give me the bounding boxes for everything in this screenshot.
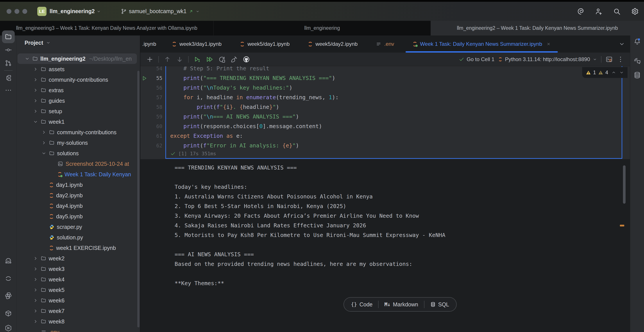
branch-widget[interactable]: samuel_bootcamp_wk1 bbox=[121, 8, 200, 14]
editor-tab[interactable]: week5/day2.ipynb bbox=[299, 35, 367, 53]
jupyter-tool-button[interactable] bbox=[2, 272, 15, 285]
settings-button[interactable] bbox=[631, 7, 639, 15]
maximize-window-button[interactable] bbox=[22, 9, 27, 14]
tree-item-label: scraper.py bbox=[57, 224, 82, 230]
tree-item-screenshot-2025-10-24-at[interactable]: Screenshot 2025-10-24 at bbox=[18, 159, 137, 169]
window-controls[interactable] bbox=[6, 9, 27, 14]
folder-icon bbox=[40, 66, 46, 72]
tree-item-week3[interactable]: week3 bbox=[18, 264, 137, 274]
tree-item-day1-ipynb[interactable]: day1.ipynb bbox=[18, 179, 137, 190]
tree-item-community-contributions[interactable]: community-contributions bbox=[18, 127, 137, 138]
code-cell[interactable]: 545556575859606162 # Step 5: Print the r… bbox=[140, 66, 630, 159]
run-line-icon[interactable] bbox=[142, 75, 148, 81]
tree-item-day2-ipynb[interactable]: day2.ipynb bbox=[18, 190, 137, 201]
tree-item-assets[interactable]: assets bbox=[18, 64, 137, 74]
run-all-button[interactable] bbox=[206, 56, 213, 63]
tree-item-label: day5.ipynb bbox=[56, 213, 83, 220]
more-options-button[interactable] bbox=[617, 56, 624, 63]
add-code-cell-button[interactable]: {}Code bbox=[345, 298, 378, 311]
ai-assistant-tool-button[interactable] bbox=[632, 56, 642, 65]
add-markdown-cell-button[interactable]: M↓Markdown bbox=[378, 298, 424, 311]
switcher-label: Code bbox=[360, 301, 373, 308]
github-button[interactable] bbox=[242, 56, 250, 63]
tree-item-setup[interactable]: setup bbox=[18, 106, 137, 117]
code-editor[interactable]: # Step 5: Print the result print("=== TR… bbox=[170, 66, 339, 151]
move-down-button[interactable] bbox=[176, 56, 183, 63]
go-to-cell-button[interactable]: Go to Cell 1 bbox=[459, 56, 494, 62]
tree-item-day4-ipynb[interactable]: day4.ipynb bbox=[18, 201, 137, 211]
tree-item-week1-exercise-ipynb[interactable]: week1 EXERCISE.ipynb bbox=[18, 243, 137, 253]
ai-assistant-button[interactable] bbox=[577, 7, 585, 15]
tree-item-label: community-contributions bbox=[57, 129, 116, 136]
close-tab-icon[interactable] bbox=[546, 42, 551, 46]
tree-item-week6[interactable]: week6 bbox=[18, 295, 137, 306]
tree-item-extras[interactable]: extras bbox=[18, 85, 137, 96]
editor-tab[interactable]: week3/day1.ipynb bbox=[163, 35, 231, 53]
run-select-button[interactable] bbox=[194, 56, 201, 63]
ide-window: LE llm_engineering2 samuel_bootcamp_wk1 … bbox=[0, 0, 644, 332]
tree-item-week8[interactable]: week8 bbox=[18, 316, 137, 327]
editor-scrollbar[interactable] bbox=[623, 165, 626, 204]
notifications-button[interactable] bbox=[632, 37, 642, 46]
tree-item-week5[interactable]: week5 bbox=[18, 285, 137, 295]
database-tool-button[interactable] bbox=[632, 70, 642, 80]
tree-item-my-solutions[interactable]: my-solutions bbox=[18, 138, 137, 148]
tree-scrollbar[interactable] bbox=[137, 71, 140, 328]
editor-tab[interactable]: .env bbox=[367, 35, 403, 53]
project-name[interactable]: llm_engineering2 bbox=[50, 8, 95, 14]
problems-widget[interactable]: 1 4 bbox=[582, 67, 628, 78]
search-button[interactable] bbox=[613, 7, 621, 15]
jupyter-console-button[interactable] bbox=[606, 56, 613, 63]
structure-tool-button[interactable] bbox=[2, 72, 15, 84]
minimize-window-button[interactable] bbox=[14, 9, 19, 14]
add-user-button[interactable] bbox=[595, 7, 603, 15]
clear-outputs-button[interactable] bbox=[230, 56, 238, 63]
tree-item-solutions[interactable]: solutions bbox=[18, 148, 137, 159]
window-tab[interactable]: llm_engineering2 – Week 1 Task: Daily Ke… bbox=[431, 21, 644, 35]
warning-stripe-mark[interactable] bbox=[620, 225, 624, 226]
tree-item-solution-py[interactable]: solution.py bbox=[18, 232, 137, 243]
editor-tab[interactable]: Week 1 Task: Daily Kenyan News Summarize… bbox=[404, 35, 560, 53]
hidden-tabs-icon[interactable] bbox=[618, 41, 625, 47]
kernel-selector[interactable]: Python 3.11.14: http://localhost:8890 bbox=[498, 56, 597, 62]
tree-item-week1[interactable]: week1 bbox=[18, 117, 137, 127]
python-packages-tool-button[interactable] bbox=[2, 307, 15, 320]
restart-kernel-button[interactable] bbox=[218, 56, 226, 63]
tree-chevron-icon bbox=[33, 277, 38, 282]
tree-item-guides[interactable]: guides bbox=[18, 96, 137, 106]
close-window-button[interactable] bbox=[6, 9, 12, 14]
chevron-down-icon[interactable] bbox=[96, 9, 101, 13]
commit-tool-button[interactable] bbox=[2, 44, 15, 56]
project-tool-button[interactable] bbox=[2, 30, 15, 43]
tree-chevron-icon bbox=[33, 88, 38, 93]
notebook-toolbar-left bbox=[146, 56, 250, 63]
toolbar-separator bbox=[158, 56, 159, 63]
version-control-tool-button[interactable] bbox=[2, 57, 15, 69]
tree-item-env[interactable]: .env bbox=[18, 327, 137, 332]
tree-item-llm-engineering2[interactable]: llm_engineering2~/Desktop/llm_en bbox=[18, 53, 137, 64]
window-tab[interactable]: llm_engineering3 – Week 1 Task: Kenyan D… bbox=[0, 21, 214, 35]
tree-item-week2[interactable]: week2 bbox=[18, 253, 137, 264]
window-tab[interactable]: llm_engineering bbox=[214, 21, 431, 35]
add-sql-cell-button[interactable]: SQL bbox=[424, 298, 455, 311]
move-up-button[interactable] bbox=[164, 56, 171, 63]
editor-tab-label: .env bbox=[384, 41, 394, 47]
add-cell-button[interactable] bbox=[146, 56, 154, 63]
run-tool-button[interactable] bbox=[2, 322, 15, 332]
editor-tab[interactable]: week5/day1.ipynb bbox=[231, 35, 299, 53]
tree-item-scraper-py[interactable]: scraper.py bbox=[18, 222, 137, 232]
tree-chevron-icon bbox=[33, 109, 38, 114]
hugging-face-tool-button[interactable] bbox=[2, 255, 15, 267]
project-panel-header[interactable]: Project bbox=[24, 38, 51, 48]
tree-item-week4[interactable]: week4 bbox=[18, 274, 137, 285]
tree-item-day5-ipynb[interactable]: day5.ipynb bbox=[18, 211, 137, 222]
prev-problem-button[interactable] bbox=[611, 70, 616, 75]
more-tools-button[interactable] bbox=[2, 84, 15, 97]
tree-item-community-contributions[interactable]: community-contributions bbox=[18, 74, 137, 85]
jupyter-icon bbox=[49, 246, 54, 250]
tree-item-week-1-task-daily-kenyan[interactable]: Week 1 Task: Daily Kenyan bbox=[18, 169, 137, 179]
editor-tab[interactable]: .ipynb bbox=[140, 35, 163, 53]
python-console-tool-button[interactable] bbox=[2, 289, 15, 302]
next-problem-button[interactable] bbox=[619, 70, 624, 75]
tree-item-week7[interactable]: week7 bbox=[18, 306, 137, 316]
